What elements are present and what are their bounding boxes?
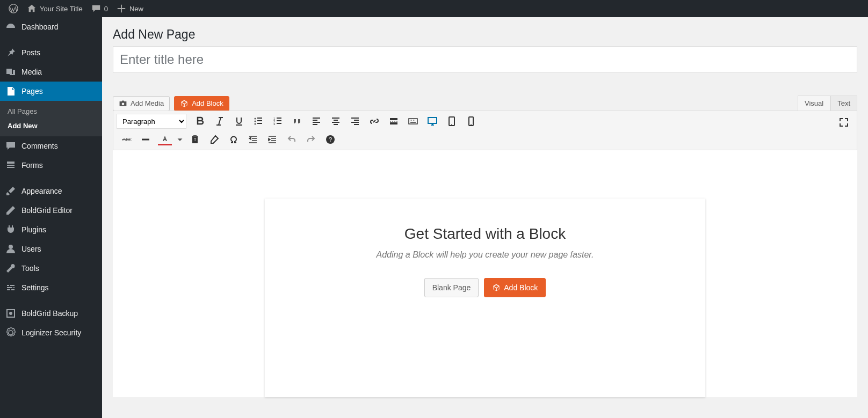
plus-icon [117,4,126,13]
align-right-button[interactable] [345,113,365,129]
desktop-icon [427,116,438,127]
site-title: Your Site Title [40,5,83,13]
indent-button[interactable] [263,131,282,148]
format-select[interactable]: Paragraph [117,114,186,129]
add-block-button[interactable]: Add Block [174,96,229,111]
strikethrough-button[interactable]: ABC [117,131,136,148]
align-center-icon [330,116,341,127]
submenu-all-pages[interactable]: All Pages [0,104,102,119]
sidebar-item-boldgrid-backup[interactable]: BoldGrid Backup [0,304,102,323]
align-left-icon [311,116,322,127]
sidebar-item-media[interactable]: Media [0,62,102,82]
site-home[interactable]: Your Site Title [23,0,87,17]
sliders-icon [5,282,16,293]
link-icon [369,116,380,127]
sidebar-submenu-pages: All Pages Add New [0,101,102,136]
svg-point-13 [451,124,452,125]
list-ul-icon [253,116,264,127]
sidebar-label: Plugins [21,225,46,234]
desktop-button[interactable] [423,113,442,129]
tab-visual[interactable]: Visual [798,96,830,111]
redo-button[interactable] [301,131,321,148]
sidebar-item-dashboard[interactable]: Dashboard [0,17,102,36]
tablet-button[interactable] [442,113,461,129]
text-color-button[interactable] [155,131,175,148]
sidebar-label: BoldGrid Editor [21,206,73,215]
tab-text[interactable]: Text [830,96,857,111]
align-center-button[interactable] [326,113,345,129]
sidebar-item-appearance[interactable]: Appearance [0,181,102,201]
post-title-input[interactable] [113,46,857,73]
camera-music-icon [119,99,127,108]
underline-button[interactable] [229,113,249,129]
bold-button[interactable] [191,113,210,129]
sidebar-item-plugins[interactable]: Plugins [0,220,102,239]
gear-icon [5,327,16,338]
italic-button[interactable] [210,113,229,129]
page-heading: Add New Page [113,23,857,46]
read-more-button[interactable] [384,113,403,129]
dashboard-icon [5,21,16,32]
sidebar-item-loginizer[interactable]: Loginizer Security [0,323,102,342]
blockquote-button[interactable] [287,113,307,129]
italic-icon [214,116,225,127]
underline-icon [234,116,244,127]
svg-rect-18 [193,135,197,137]
clear-format-button[interactable] [205,131,224,148]
add-media-button[interactable]: Add Media [113,96,170,111]
sidebar-item-forms[interactable]: Forms [0,156,102,175]
strike-icon: ABC [121,134,132,145]
indent-icon [267,134,278,145]
sidebar-item-users[interactable]: Users [0,239,102,259]
special-char-button[interactable] [224,131,243,148]
sidebar-label: Tools [21,264,39,273]
help-icon: ? [325,134,336,145]
keyboard-button[interactable] [403,113,423,129]
sidebar-label: Settings [21,283,49,292]
comments-link[interactable]: 0 [87,0,112,17]
new-menu[interactable]: New [112,0,148,17]
svg-point-15 [471,124,472,125]
sidebar-item-boldgrid-editor[interactable]: BoldGrid Editor [0,201,102,220]
mobile-button[interactable] [461,113,481,129]
submenu-add-new[interactable]: Add New [0,119,102,133]
align-right-icon [350,116,360,127]
hr-icon [140,134,151,145]
svg-point-1 [9,245,13,249]
sidebar-label: Forms [21,161,43,170]
hr-button[interactable] [136,131,155,148]
blank-page-button[interactable]: Blank Page [424,278,479,297]
bullet-list-button[interactable] [249,113,268,129]
align-left-button[interactable] [307,113,326,129]
sidebar-item-comments[interactable]: Comments [0,136,102,156]
backup-icon [5,308,16,319]
paste-text-button[interactable]: T [185,131,205,148]
svg-text:3: 3 [273,122,276,126]
svg-point-6 [255,123,256,125]
editor-canvas[interactable]: Get Started with a Block Adding a Block … [113,150,857,397]
outdent-button[interactable] [243,131,263,148]
fullscreen-button[interactable] [834,114,853,130]
starter-add-block-button[interactable]: Add Block [484,278,546,297]
sidebar-label: Dashboard [21,23,59,31]
editor-controls-row: Add Media Add Block Visual Text [113,96,857,111]
sidebar-item-settings[interactable]: Settings [0,278,102,297]
link-button[interactable] [365,113,384,129]
fullscreen-icon [838,117,849,128]
cube-icon [180,99,189,108]
number-list-button[interactable]: 123 [268,113,287,129]
sidebar-item-pages[interactable]: Pages [0,82,102,101]
sidebar-item-posts[interactable]: Posts [0,43,102,62]
admin-topbar: Your Site Title 0 New [0,0,868,17]
keyboard-icon [408,116,418,127]
help-button[interactable]: ? [321,131,340,148]
media-icon [5,67,16,77]
user-icon [5,244,16,254]
eraser-icon [209,134,220,145]
undo-button[interactable] [282,131,301,148]
sidebar-label: Users [21,245,41,253]
text-color-dropdown[interactable] [175,131,185,148]
wp-logo[interactable] [4,0,23,17]
add-media-label: Add Media [131,99,164,107]
sidebar-item-tools[interactable]: Tools [0,259,102,278]
